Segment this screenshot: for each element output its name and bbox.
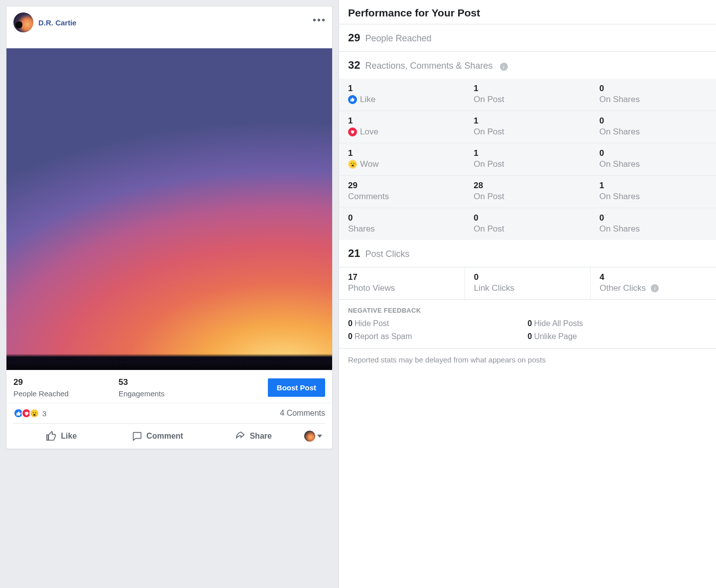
negative-feedback-title: NEGATIVE FEEDBACK — [348, 307, 707, 314]
breakdown-cell: 0On Shares — [591, 143, 716, 175]
post-image[interactable] — [6, 48, 332, 370]
breakdown-cell: 1Love — [339, 111, 465, 143]
breakdown-cell: 28On Post — [465, 176, 590, 208]
breakdown-cell: 0Shares — [339, 208, 465, 240]
reactions-breakdown: 1Like1On Post0On Shares1Love1On Post0On … — [339, 79, 716, 240]
breakdown-cell: 0On Post — [465, 208, 590, 240]
breakdown-cell: 0On Shares — [591, 208, 716, 240]
stat-engagements[interactable]: 53 Engagements — [119, 377, 165, 398]
wow-icon: 😮 — [348, 160, 357, 169]
breakdown-cell: 0On Shares — [591, 79, 716, 111]
negative-item: 0Hide All Posts — [528, 319, 708, 328]
author-avatar[interactable] — [13, 12, 33, 32]
reaction-count[interactable]: 3 — [42, 409, 46, 418]
summary-people-reached: 29 People Reached — [339, 24, 716, 51]
comments-count[interactable]: 4 Comments — [280, 409, 325, 418]
summary-rcs: 32 Reactions, Comments & Shares i — [339, 52, 716, 79]
comment-button[interactable]: Comment — [110, 427, 206, 446]
boost-post-button[interactable]: Boost Post — [268, 378, 325, 397]
share-as-selector[interactable] — [301, 431, 325, 442]
chevron-down-icon — [317, 435, 322, 438]
breakdown-cell: 29Comments — [339, 176, 465, 208]
performance-panel: Performance for Your Post 29 People Reac… — [339, 0, 716, 588]
info-icon[interactable]: i — [651, 284, 659, 292]
comment-icon — [131, 431, 142, 442]
post-header: D.R. Cartie ••• — [6, 6, 332, 48]
like-label: Like — [61, 432, 77, 441]
breakdown-row: 29Comments28On Post1On Shares — [339, 175, 716, 208]
post-stats-row: 29 People Reached 53 Engagements Boost P… — [6, 370, 332, 403]
breakdown-row: 1Like1On Post0On Shares — [339, 79, 716, 111]
negative-item: 0Unlike Page — [528, 332, 708, 341]
breakdown-cell: 0On Shares — [591, 111, 716, 143]
clicks-breakdown: 17Photo Views0Link Clicks4Other Clicks i — [339, 267, 716, 300]
breakdown-cell: 1On Shares — [591, 176, 716, 208]
summary-num: 32 — [348, 59, 360, 72]
breakdown-row: 0Shares0On Post0On Shares — [339, 208, 716, 240]
negative-item: 0Report as Spam — [348, 332, 528, 341]
stat-num: 29 — [13, 377, 69, 387]
wow-icon: 😮 — [29, 408, 39, 418]
post-card: D.R. Cartie ••• 29 People Reached 53 Eng… — [6, 6, 333, 449]
breakdown-cell: 1Like — [339, 79, 465, 111]
breakdown-row: 1Love1On Post0On Shares — [339, 111, 716, 143]
summary-num: 21 — [348, 247, 360, 260]
reaction-icons[interactable]: 😮 — [13, 408, 39, 418]
stat-num: 53 — [119, 377, 165, 387]
info-icon[interactable]: i — [500, 63, 508, 71]
like-button[interactable]: Like — [13, 427, 110, 446]
thumb-up-icon — [46, 431, 57, 442]
clicks-cell: 4Other Clicks i — [590, 267, 716, 299]
breakdown-cell: 1On Post — [465, 111, 590, 143]
mini-avatar — [304, 431, 315, 442]
stats-footnote: Reported stats may be delayed from what … — [339, 348, 716, 371]
breakdown-cell: 1😮Wow — [339, 143, 465, 175]
clicks-cell: 17Photo Views — [339, 267, 465, 299]
share-icon — [235, 431, 245, 442]
summary-label: Post Clicks — [365, 249, 409, 259]
reactions-row: 😮 3 4 Comments — [6, 403, 332, 423]
negative-item: 0Hide Post — [348, 319, 528, 328]
breakdown-row: 1😮Wow1On Post0On Shares — [339, 143, 716, 175]
stat-label: People Reached — [13, 389, 69, 398]
clicks-cell: 0Link Clicks — [465, 267, 591, 299]
summary-label: People Reached — [365, 33, 431, 44]
more-options-icon[interactable]: ••• — [313, 14, 326, 26]
summary-post-clicks: 21 Post Clicks — [339, 240, 716, 267]
stat-label: Engagements — [119, 389, 165, 398]
breakdown-cell: 1On Post — [465, 143, 590, 175]
actions-row: Like Comment Share — [13, 423, 325, 449]
summary-num: 29 — [348, 31, 360, 44]
breakdown-cell: 1On Post — [465, 79, 590, 111]
author-name[interactable]: D.R. Cartie — [38, 18, 77, 27]
share-label: Share — [249, 432, 271, 441]
negative-feedback-section: NEGATIVE FEEDBACK 0Hide Post0Hide All Po… — [339, 300, 716, 348]
comment-label: Comment — [146, 432, 183, 441]
stat-people-reached[interactable]: 29 People Reached — [13, 377, 69, 398]
like-icon — [348, 95, 357, 104]
share-button[interactable]: Share — [205, 427, 301, 446]
performance-title: Performance for Your Post — [339, 0, 716, 24]
summary-label: Reactions, Comments & Shares — [365, 61, 492, 71]
love-icon — [348, 127, 357, 136]
